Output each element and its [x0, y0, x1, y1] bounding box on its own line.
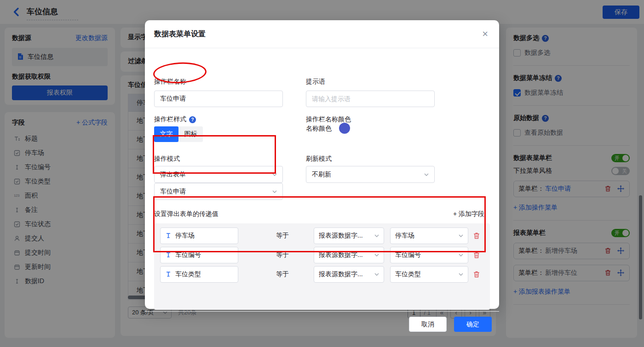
text-field-icon — [165, 271, 172, 279]
chevron-down-icon — [459, 234, 463, 237]
source-type-select[interactable]: 报表源数据字... — [314, 228, 384, 244]
style-tabs: 文字 图标 — [154, 126, 203, 142]
chevron-down-icon — [459, 254, 463, 256]
source-field-select[interactable]: 车位类型 — [390, 266, 468, 283]
tab-icon[interactable]: 图标 — [178, 126, 203, 142]
popup-form-value: 车位申请 — [160, 188, 186, 196]
operator-label: 等于 — [269, 232, 296, 240]
field-name-input[interactable]: 车位类型 — [160, 266, 238, 283]
source-field-value: 车位编号 — [395, 251, 421, 259]
chevron-down-icon — [374, 273, 379, 276]
action-bar-style-label: 操作栏样式 ? — [154, 115, 196, 124]
chevron-down-icon — [272, 173, 277, 176]
action-bar-name-label: 操作栏名称 — [154, 78, 186, 86]
text-field-icon — [165, 251, 172, 259]
chevron-down-icon — [272, 190, 277, 193]
table-menu-settings-dialog: 数据表菜单设置 × 操作栏名称 提示语 操作栏样式 ? 文字 图标 操作栏名称颜… — [145, 20, 499, 309]
action-mode-value: 弹出表单 — [160, 171, 186, 179]
name-color-label: 名称颜色 — [306, 125, 332, 133]
transfer-values-panel: 停车场 等于 报表源数据字... 停车场 车位编号 等于 — [154, 223, 490, 310]
confirm-button[interactable]: 确定 — [454, 317, 492, 332]
operator-label: 等于 — [269, 251, 296, 259]
action-bar-name-input[interactable] — [154, 91, 283, 107]
source-field-value: 停车场 — [395, 232, 414, 240]
dialog-title: 数据表菜单设置 — [154, 29, 206, 39]
cancel-button[interactable]: 取消 — [409, 317, 447, 332]
chevron-down-icon — [459, 273, 463, 276]
source-field-select[interactable]: 停车场 — [390, 228, 468, 244]
refresh-mode-value: 不刷新 — [312, 171, 331, 179]
field-name-input[interactable]: 车位编号 — [160, 247, 238, 263]
transfer-values-title: 设置弹出表单的传递值 — [154, 210, 218, 218]
tab-text[interactable]: 文字 — [154, 126, 178, 142]
chevron-down-icon — [374, 234, 379, 237]
chevron-down-icon — [374, 254, 379, 256]
refresh-mode-label: 刷新模式 — [306, 155, 332, 163]
field-name-value: 车位编号 — [175, 251, 201, 259]
source-type-value: 报表源数据字... — [319, 251, 363, 259]
add-field-link[interactable]: + 添加字段 — [453, 210, 484, 218]
trash-icon[interactable] — [473, 251, 480, 259]
action-bar-style-text: 操作栏样式 — [154, 115, 186, 124]
close-icon[interactable]: × — [482, 29, 488, 39]
text-field-icon — [165, 232, 172, 240]
field-name-value: 停车场 — [175, 232, 195, 240]
popup-form-select[interactable]: 车位申请 — [154, 183, 283, 200]
source-type-value: 报表源数据字... — [319, 270, 363, 279]
tip-label: 提示语 — [306, 78, 325, 86]
action-mode-select[interactable]: 弹出表单 — [154, 166, 283, 183]
source-type-value: 报表源数据字... — [319, 232, 363, 240]
operator-label: 等于 — [269, 270, 296, 279]
source-type-select[interactable]: 报表源数据字... — [314, 266, 384, 283]
field-name-value: 车位类型 — [175, 270, 201, 279]
action-mode-label: 操作模式 — [154, 155, 180, 163]
transfer-row: 停车场 等于 报表源数据字... 停车场 — [154, 228, 490, 244]
tip-input[interactable] — [306, 91, 435, 107]
field-name-input[interactable]: 停车场 — [160, 228, 238, 244]
source-field-value: 车位类型 — [395, 270, 421, 279]
trash-icon[interactable] — [473, 271, 480, 278]
source-type-select[interactable]: 报表源数据字... — [314, 247, 384, 263]
refresh-mode-select[interactable]: 不刷新 — [306, 166, 435, 183]
chevron-down-icon — [424, 173, 429, 176]
transfer-row: 车位类型 等于 报表源数据字... 车位类型 — [154, 266, 490, 283]
transfer-row: 车位编号 等于 报表源数据字... 车位编号 — [154, 247, 490, 263]
trash-icon[interactable] — [473, 232, 480, 239]
help-icon[interactable]: ? — [189, 116, 196, 123]
color-swatch[interactable] — [339, 123, 350, 134]
source-field-select[interactable]: 车位编号 — [390, 247, 468, 263]
